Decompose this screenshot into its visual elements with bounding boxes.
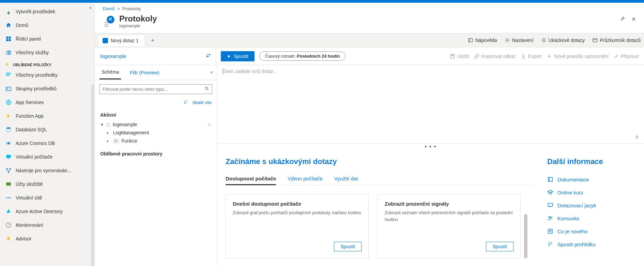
query-tab-strip: Nový dotaz 1 ＋ Nápověda Nastavení Ukázko… <box>95 33 644 47</box>
close-icon[interactable]: ✕ <box>631 16 636 23</box>
time-range-selector[interactable]: Časový rozsah: Posledních 24 hodin <box>259 51 346 61</box>
help-button[interactable]: Nápověda <box>468 38 497 43</box>
svg-rect-12 <box>10 73 11 74</box>
nav-function-app[interactable]: Function App <box>0 109 94 123</box>
list-icon <box>5 49 12 56</box>
resource-group-icon <box>5 86 12 92</box>
cards-scrollbar[interactable] <box>524 214 527 258</box>
nav-sql-database[interactable]: Databáze SQL <box>0 123 94 136</box>
schema-tree: Aktivní ▼ ⬡ logexample ☆ ▸ LogManagement… <box>95 107 217 148</box>
caret-right-icon: ▸ <box>107 139 110 143</box>
nav-virtual-machines[interactable]: Virtuální počítače <box>0 150 94 164</box>
nav-create-resource[interactable]: ＋ Vytvořit prostředek <box>0 5 94 18</box>
link-online-course[interactable]: Online kurz <box>547 186 636 199</box>
sidebar-collapse-icon[interactable]: « <box>89 5 92 10</box>
run-button[interactable]: Spustit <box>221 51 255 61</box>
nav-home[interactable]: Domů <box>0 18 94 32</box>
svg-rect-16 <box>7 88 8 89</box>
query-explorer-button[interactable]: Průzkumník dotazů <box>592 38 641 43</box>
link-start-tour[interactable]: Spustit prohlídku <box>547 238 636 251</box>
nav-all-resources[interactable]: Všechny prostředky <box>0 68 94 82</box>
settings-icon <box>205 53 211 59</box>
breadcrumb: Domů > Protokoly <box>95 3 644 13</box>
card-run-button[interactable]: Spustit <box>486 242 513 251</box>
nav-dashboard[interactable]: Řídicí panel <box>0 32 94 46</box>
svg-point-30 <box>10 197 11 198</box>
sort-icon[interactable] <box>184 100 188 105</box>
tree-label: LogManagement <box>113 130 149 135</box>
nav-app-services[interactable]: App Services <box>0 95 94 109</box>
collapse-all-link[interactable]: Sbalit vše <box>193 100 212 105</box>
tree-logmanagement[interactable]: ▸ LogManagement <box>100 129 212 137</box>
query-editor[interactable]: Sem zadejte svůj dotaz... <box>217 65 644 144</box>
nav-monitoring[interactable]: Monitorování <box>0 218 94 232</box>
nav-resource-groups[interactable]: Skupiny prostředků <box>0 82 94 95</box>
schema-tab[interactable]: Schéma <box>99 65 121 79</box>
nav-label: Všechny prostředky <box>16 72 58 78</box>
favorite-workspaces-label: Oblíbené pracovní prostory <box>95 148 217 160</box>
star-outline-icon[interactable]: ☆ <box>207 122 212 127</box>
tree-workspace[interactable]: ▼ ⬡ logexample ☆ <box>100 120 212 129</box>
svg-rect-8 <box>6 54 7 55</box>
link-query-language[interactable]: Dotazovací jazyk <box>547 199 636 212</box>
link-whats-new[interactable]: Co je nového <box>547 225 636 238</box>
card-title: Zobrazit prezenční signály <box>385 201 513 207</box>
copy-link-button[interactable]: Kopírovat odkaz <box>474 54 516 59</box>
nav-label: Účty úložiště <box>16 181 43 187</box>
nav-label: Domů <box>16 23 28 28</box>
tree-functions[interactable]: ▸ fx Funkce <box>100 137 212 145</box>
nav-label: Azure Active Directory <box>16 209 63 214</box>
link-community[interactable]: Komunita <box>547 212 636 225</box>
query-tab-1[interactable]: Nový dotaz 1 <box>98 35 145 46</box>
workspace-name: logexample <box>100 53 126 59</box>
new-alert-button[interactable]: Nové pravidlo upozornění <box>547 54 609 59</box>
caret-down-icon: ▼ <box>100 122 104 127</box>
nav-cosmos-db[interactable]: Azure Cosmos DB <box>0 136 94 150</box>
svg-rect-22 <box>8 159 10 159</box>
nav-label: Monitorování <box>16 222 43 228</box>
editor-collapse-icon[interactable] <box>634 135 639 141</box>
tree-label: Funkce <box>122 138 137 144</box>
panel-collapse-icon[interactable]: « <box>210 69 213 75</box>
graduation-icon <box>547 189 553 195</box>
sample-tab-performance[interactable]: Výkon počítače <box>288 173 323 185</box>
resize-handle[interactable]: ● ● ● <box>217 144 644 149</box>
sidebar-scrollbar[interactable] <box>91 85 94 266</box>
svg-point-24 <box>9 168 11 170</box>
link-documentation[interactable]: Dokumentace <box>547 173 636 186</box>
filter-field[interactable] <box>103 87 204 92</box>
svg-rect-5 <box>7 51 11 51</box>
export-button[interactable]: Export <box>521 54 542 59</box>
sample-queries-button[interactable]: Ukázkové dotazy <box>541 38 585 43</box>
search-icon <box>204 86 209 92</box>
svg-point-29 <box>8 197 9 198</box>
breadcrumb-home[interactable]: Domů <box>103 6 115 11</box>
add-tab-button[interactable]: ＋ <box>145 37 160 44</box>
card-desc: Zobrazit seznam všech prezenčních signál… <box>385 209 513 242</box>
nav-load-balancers[interactable]: Nástroje pro vyrovnáván... <box>0 164 94 177</box>
svg-rect-50 <box>548 203 553 206</box>
sample-card: Dnešní dostupnost počítače Zobrazit graf… <box>226 194 369 258</box>
nav-advisor[interactable]: Advisor <box>0 232 94 246</box>
save-button[interactable]: Uložit <box>450 54 469 59</box>
sample-tab-usage[interactable]: Využití dat <box>334 173 358 185</box>
workspace-selector[interactable]: logexample <box>100 47 216 65</box>
schema-filter-input[interactable] <box>99 84 212 94</box>
filter-tab[interactable]: Filtr (Preview) <box>128 66 161 79</box>
pin-button[interactable]: Připnout <box>613 54 639 59</box>
svg-rect-15 <box>6 87 11 91</box>
nav-label: Všechny služby <box>16 50 49 55</box>
pin-icon[interactable] <box>620 16 625 23</box>
nav-virtual-networks[interactable]: Virtuální sítě <box>0 191 94 205</box>
svg-rect-49 <box>548 177 552 181</box>
card-run-button[interactable]: Spustit <box>334 242 362 251</box>
monitor-icon <box>5 154 12 160</box>
nav-storage-accounts[interactable]: Účty úložiště <box>0 177 94 191</box>
sample-tab-availability[interactable]: Dostupnost počítače <box>226 173 276 185</box>
nav-azure-ad[interactable]: Azure Active Directory <box>0 205 94 218</box>
svg-point-39 <box>507 40 508 41</box>
page-subtitle: logexample <box>119 24 157 28</box>
settings-button[interactable]: Nastavení <box>505 38 534 43</box>
nav-label: App Services <box>16 100 44 105</box>
nav-all-services[interactable]: Všechny služby <box>0 46 94 59</box>
